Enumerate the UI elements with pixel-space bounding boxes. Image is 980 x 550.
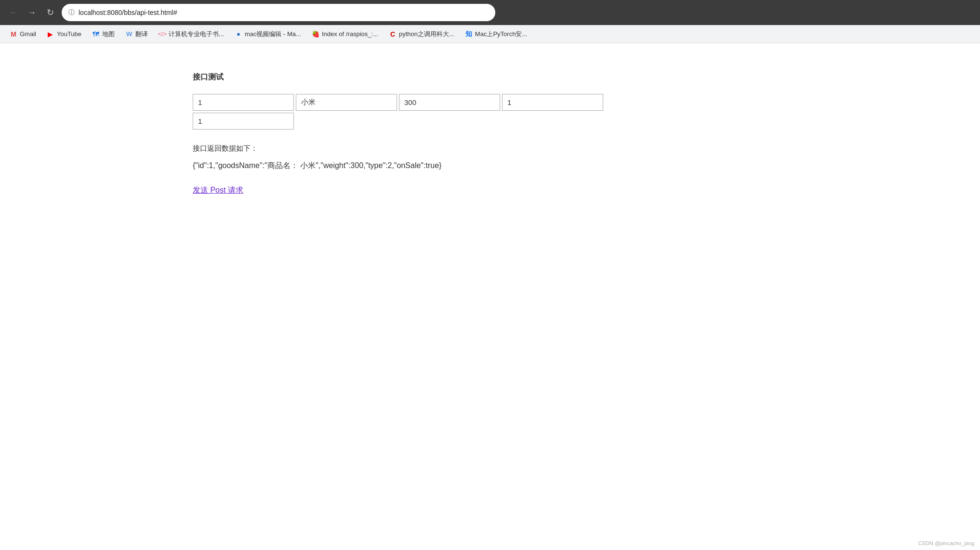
bookmark-zhihu[interactable]: 知 Mac上PyTorch安... [460,28,532,40]
onsale-input[interactable] [193,113,294,130]
security-icon: ⓘ [68,8,75,17]
codebook-icon: </> [159,30,166,38]
bookmark-raspi[interactable]: 🍓 Index of /raspios_:... [307,28,383,40]
type-input[interactable] [502,94,603,111]
bookmark-translate[interactable]: W 翻译 [120,28,153,40]
youtube-icon: ▶ [47,30,54,38]
bookmark-gmail-label: Gmail [20,30,36,38]
bookmark-cursor[interactable]: C python之调用科大... [384,28,459,40]
bookmark-maps-label: 地图 [102,30,115,39]
bookmark-maps[interactable]: 🗺 地图 [87,28,119,40]
bookmarks-bar: M Gmail ▶ YouTube 🗺 地图 W 翻译 </> 计算机专业电子书… [0,25,980,43]
bookmark-codebook[interactable]: </> 计算机专业电子书... [154,28,229,40]
bookmark-youtube-label: YouTube [57,30,81,38]
gmail-icon: M [10,30,17,38]
url-input[interactable] [79,9,489,16]
browser-toolbar: ← → ↻ ⓘ [0,0,980,25]
bookmark-macvideo-label: mac视频编辑 - Ma... [245,30,301,39]
page-footer: CSDN @pincacho_ping [918,540,974,546]
page-content: 接口测试 接口返回数据如下： {"id":1,"goodsName":"商品名：… [0,43,980,550]
raspi-icon: 🍓 [312,30,319,38]
forward-button[interactable]: → [24,5,40,20]
address-bar[interactable]: ⓘ [62,4,495,21]
back-button[interactable]: ← [6,5,21,20]
reload-button[interactable]: ↻ [42,5,58,20]
bookmark-macvideo[interactable]: ● mac视频编辑 - Ma... [230,28,306,40]
form-row-1 [193,94,980,111]
page-title: 接口测试 [193,72,980,82]
bookmark-gmail[interactable]: M Gmail [5,28,41,40]
result-label: 接口返回数据如下： [193,144,980,153]
bookmark-zhihu-label: Mac上PyTorch安... [475,30,527,39]
bookmark-raspi-label: Index of /raspios_:... [322,30,378,38]
bookmark-translate-label: 翻译 [135,30,148,39]
result-data: {"id":1,"goodsName":"商品名： 小米","weight":3… [193,161,980,171]
weight-input[interactable] [399,94,500,111]
bookmark-youtube[interactable]: ▶ YouTube [42,28,86,40]
goods-name-input[interactable] [296,94,397,111]
form-row-2 [193,113,980,130]
bookmark-cursor-label: python之调用科大... [399,30,454,39]
maps-icon: 🗺 [92,30,100,38]
cursor-icon: C [389,30,397,38]
macvideo-icon: ● [235,30,242,38]
nav-buttons: ← → ↻ [6,5,58,20]
post-link[interactable]: 发送 Post 请求 [193,186,243,194]
bookmark-codebook-label: 计算机专业电子书... [169,30,224,39]
zhihu-icon: 知 [465,30,473,38]
browser-chrome: ← → ↻ ⓘ M Gmail ▶ YouTube 🗺 地图 W 翻译 [0,0,980,43]
id-input[interactable] [193,94,294,111]
translate-icon: W [125,30,133,38]
